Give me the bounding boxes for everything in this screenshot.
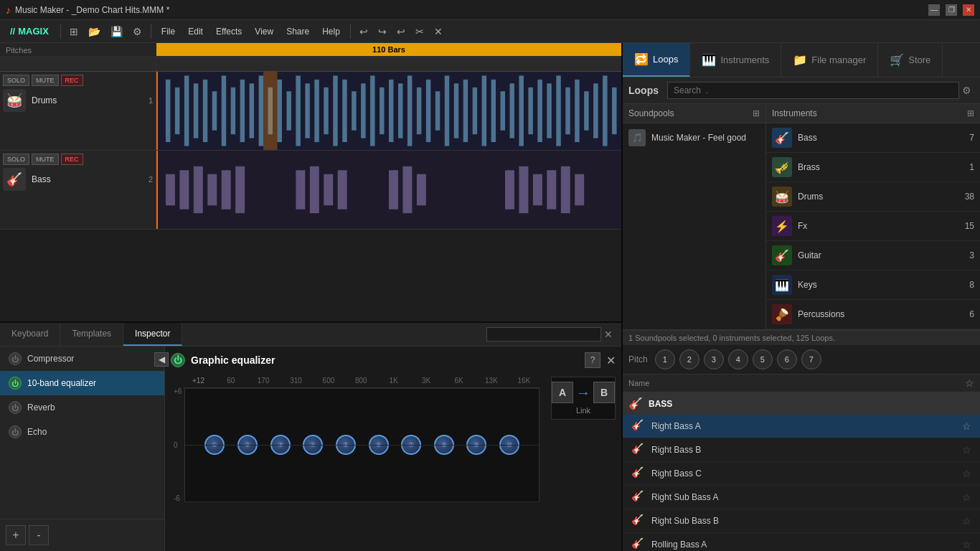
remove-effect-btn[interactable]: - — [29, 525, 49, 545]
maximize-button[interactable]: ❐ — [946, 4, 957, 16]
menu-effects[interactable]: Effects — [210, 24, 248, 39]
pitch-btn-7[interactable]: 7 — [801, 349, 821, 369]
tab-inspector[interactable]: Inspector — [123, 323, 182, 346]
right-bass-a-fav[interactable]: ☆ — [962, 420, 971, 432]
list-item-right-bass-b[interactable]: 🎸 Right Bass B ☆ — [623, 438, 980, 462]
effect-reverb[interactable]: ⏻ Reverb — [0, 395, 164, 420]
pitch-btn-6[interactable]: 6 — [777, 349, 797, 369]
brass-inst-count: 1 — [969, 162, 974, 172]
toolbar-save[interactable]: 💾 — [106, 23, 127, 40]
right-sub-bass-b-fav[interactable]: ☆ — [962, 515, 971, 527]
effects-search-input[interactable] — [486, 327, 601, 342]
toolbar-settings[interactable]: ⚙ — [128, 23, 146, 40]
bass-inst-name: Bass — [798, 133, 817, 143]
loops-tabs: 🔁 Loops 🎹 Instruments 📁 File manager 🛒 S… — [623, 43, 980, 77]
close-button[interactable]: ✕ — [963, 4, 974, 16]
menu-view[interactable]: View — [249, 24, 279, 39]
pitch-btn-4[interactable]: 4 — [728, 349, 748, 369]
pitch-btn-2[interactable]: 2 — [679, 349, 699, 369]
menu-share[interactable]: Share — [281, 24, 315, 39]
cut-btn[interactable]: ✂ — [411, 23, 428, 40]
echo-toggle[interactable]: ⏻ — [9, 425, 22, 438]
menu-file[interactable]: File — [156, 24, 181, 39]
effect-10band-eq[interactable]: ⏻ 10-band equalizer — [0, 371, 164, 395]
instrument-item-fx[interactable]: ⚡ Fx 15 — [766, 212, 980, 241]
reverb-toggle[interactable]: ⏻ — [9, 401, 22, 414]
eq-a-btn[interactable]: A — [552, 382, 573, 403]
soundpools-filter-icon[interactable]: ⊞ — [753, 108, 760, 118]
minimize-button[interactable]: — — [928, 4, 940, 16]
tab-file-manager[interactable]: 📁 File manager — [781, 43, 878, 77]
rolling-bass-a-fav[interactable]: ☆ — [962, 539, 971, 550]
bass-rec-btn[interactable]: REC — [61, 154, 83, 165]
toolbar-new[interactable]: ⊞ — [65, 23, 83, 40]
bass-section-icon: 🎸 — [628, 397, 643, 410]
loops-search-input[interactable] — [667, 82, 959, 99]
drums-solo-btn[interactable]: SOLO — [3, 75, 29, 86]
instrument-item-guitar[interactable]: 🎸 Guitar 3 — [766, 241, 980, 270]
drums-rec-btn[interactable]: REC — [61, 75, 83, 86]
bass-track-content[interactable] — [156, 151, 621, 229]
redo-btn[interactable]: ↪ — [374, 23, 391, 40]
add-effect-btn[interactable]: + — [6, 525, 26, 545]
undo2-btn[interactable]: ↩ — [392, 23, 410, 40]
toolbar-open[interactable]: 📂 — [84, 23, 105, 40]
tab-instruments[interactable]: 🎹 Instruments — [690, 43, 781, 77]
svg-rect-10 — [250, 83, 254, 138]
instrument-item-bass[interactable]: 🎸 Bass 7 — [766, 123, 980, 153]
eq-freq-labels-top: +12 60 170 310 600 800 1K 3K 6K 13K 16K — [171, 377, 540, 385]
svg-rect-59 — [296, 170, 305, 209]
eq-toggle[interactable]: ⏻ — [9, 377, 22, 390]
compressor-toggle[interactable]: ⏻ — [9, 352, 22, 365]
eq-power-btn[interactable]: ⏻ — [171, 353, 185, 367]
eq-close-btn[interactable]: ✕ — [606, 354, 616, 367]
right-sub-bass-a-fav[interactable]: ☆ — [962, 491, 971, 503]
svg-rect-42 — [547, 83, 551, 138]
tab-store[interactable]: 🛒 Store — [878, 43, 943, 77]
list-item-right-sub-bass-a[interactable]: 🎸 Right Sub Bass A ☆ — [623, 486, 980, 509]
eq-b-btn[interactable]: B — [593, 382, 615, 403]
pitch-btn-5[interactable]: 5 — [753, 349, 773, 369]
tab-templates[interactable]: Templates — [60, 323, 123, 346]
right-bass-c-fav[interactable]: ☆ — [962, 468, 971, 479]
drums-mute-btn[interactable]: MUTE — [32, 75, 59, 86]
eq-help-btn[interactable]: ? — [585, 352, 600, 368]
instrument-item-keys[interactable]: 🎹 Keys 8 — [766, 270, 980, 300]
effect-compressor[interactable]: ⏻ Compressor — [0, 347, 164, 371]
eq-expand-arrow[interactable]: ◀ — [154, 352, 169, 367]
instrument-item-brass[interactable]: 🎺 Brass 1 — [766, 153, 980, 182]
right-bass-b-fav[interactable]: ☆ — [962, 444, 971, 456]
search-settings-btn[interactable]: ⚙ — [959, 82, 974, 99]
right-sub-bass-b-name: Right Sub Bass B — [651, 516, 962, 526]
bass-track-name: Bass — [32, 174, 51, 184]
right-bass-c-name: Right Bass C — [651, 468, 962, 479]
svg-rect-43 — [556, 75, 560, 146]
instrument-item-drums[interactable]: 🥁 Drums 38 — [766, 182, 980, 212]
list-item-right-sub-bass-b[interactable]: 🎸 Right Sub Bass B ☆ — [623, 509, 980, 533]
pitch-btn-1[interactable]: 1 — [655, 349, 675, 369]
menu-edit[interactable]: Edit — [182, 24, 209, 39]
fav-col-header: ☆ — [965, 377, 974, 389]
undo-btn[interactable]: ↩ — [355, 23, 372, 40]
instrument-item-percussions[interactable]: 🪘 Percussions 6 — [766, 300, 980, 329]
tab-loops[interactable]: 🔁 Loops — [623, 43, 690, 77]
svg-rect-32 — [454, 83, 458, 138]
delete-btn[interactable]: ✕ — [430, 23, 447, 40]
menu-help[interactable]: Help — [316, 24, 346, 39]
list-item-right-bass-a[interactable]: 🎸 Right Bass A ☆ — [623, 415, 980, 438]
bass-mute-btn[interactable]: MUTE — [32, 154, 59, 165]
tab-keyboard[interactable]: Keyboard — [0, 323, 60, 346]
drums-track-content[interactable] — [156, 72, 621, 150]
list-item-rolling-bass-a[interactable]: 🎸 Rolling Bass A ☆ — [623, 533, 980, 551]
effect-echo[interactable]: ⏻ Echo — [0, 420, 164, 444]
list-item-right-bass-c[interactable]: 🎸 Right Bass C ☆ — [623, 462, 980, 486]
pitch-btn-3[interactable]: 3 — [704, 349, 724, 369]
instruments-filter-icon[interactable]: ⊞ — [967, 108, 974, 118]
bass-solo-btn[interactable]: SOLO — [3, 154, 29, 165]
compressor-name: Compressor — [27, 354, 74, 364]
soundpool-item-feelgood[interactable]: 🎵 Music Maker - Feel good — [623, 123, 765, 152]
title-bar: ♪ Music Maker - _Demo Chart Hits.MMM * —… — [0, 0, 980, 20]
effects-search-clear[interactable]: ✕ — [601, 329, 616, 340]
svg-rect-65 — [417, 174, 426, 206]
eq-freq-16k: 16K — [509, 377, 540, 385]
